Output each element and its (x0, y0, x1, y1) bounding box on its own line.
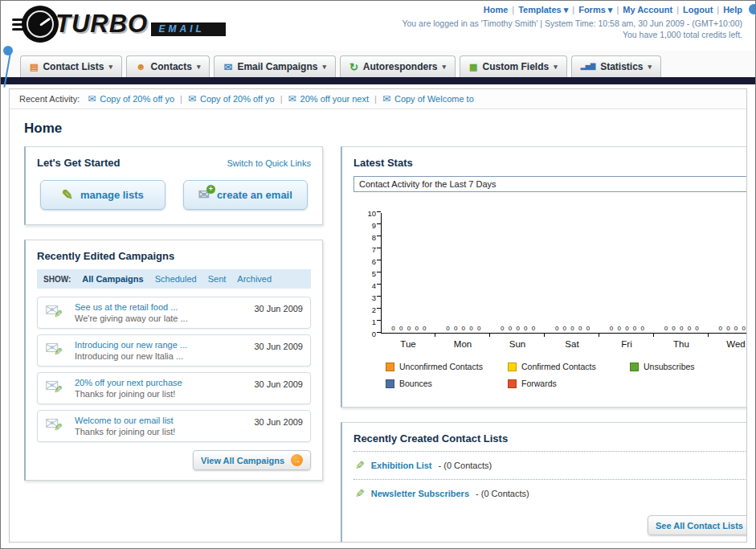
y-axis-tick-label: 9 (358, 222, 376, 230)
tab-label: Email Campaigns (237, 61, 317, 72)
campaign-title-link[interactable]: Welcome to our email list (75, 416, 247, 425)
legend-label: Unsubscribes (644, 362, 695, 371)
contact-lists-title: Recently Created Contact Lists (353, 432, 747, 445)
y-axis-tick (377, 332, 381, 333)
campaign-item[interactable]: ✉✎Welcome to our email listThanks for jo… (37, 410, 311, 442)
chart-zero-row: 0 0 0 0 00 0 0 0 00 0 0 0 00 0 0 0 00 0 … (382, 325, 747, 332)
header-link-forms[interactable]: Forms ▾ (578, 5, 612, 14)
tab-contacts[interactable]: ☻Contacts▾ (126, 55, 210, 77)
email-plus-icon: ✉+ (198, 188, 210, 202)
y-axis-tick-label: 6 (358, 258, 376, 266)
x-axis-label: Tue (381, 337, 435, 349)
email-edit-icon: ✉✎ (45, 303, 67, 322)
campaign-list: ✉✎See us at the retail food ...We're giv… (37, 297, 311, 442)
campaign-title-link[interactable]: Introducing our new range ... (75, 340, 247, 350)
y-axis-tick (377, 260, 381, 260)
header-link-home[interactable]: Home (484, 5, 509, 14)
stats-activity-select[interactable]: Contact Activity for the Last 7 Days (353, 176, 747, 192)
pencil-icon: ✎ (355, 459, 365, 472)
campaign-text: Welcome to our email listThanks for join… (75, 416, 247, 436)
campaign-filter-tabs: SHOW: All CampaignsScheduledSentArchived (37, 269, 311, 289)
y-axis-tick (377, 211, 381, 212)
get-started-title: Let's Get Started (37, 157, 121, 169)
y-axis-tick (377, 296, 381, 297)
recent-activity-label: Recent Activity: (19, 94, 80, 104)
y-axis-tick (377, 284, 381, 285)
separator: | (676, 5, 679, 14)
contact-lists-panel: Recently Created Contact Lists ✎Exhibiti… (341, 422, 747, 543)
contact-list-items: ✎Exhibition List- (0 Contacts)✎Newslette… (353, 451, 747, 507)
y-axis-tick-label: 5 (358, 270, 376, 278)
header-link-logout[interactable]: Logout (683, 5, 713, 14)
recent-activity-item[interactable]: ✉Copy of Welcome to (382, 93, 474, 104)
campaign-tab-scheduled[interactable]: Scheduled (155, 274, 197, 284)
tab-autoresponders[interactable]: ↻Autoresponders▾ (340, 55, 456, 77)
contact-list-item[interactable]: ✎Exhibition List- (0 Contacts) (353, 451, 747, 479)
campaign-item[interactable]: ✉✎See us at the retail food ...We're giv… (37, 297, 311, 329)
tab-statistics[interactable]: ▂▅▇Statistics▾ (571, 55, 661, 77)
tab-label: Contacts (151, 61, 192, 72)
header-link-templates[interactable]: Templates ▾ (518, 5, 568, 14)
y-axis-tick (377, 236, 381, 236)
recent-activity-item-label: Copy of 20% off yo (100, 94, 174, 104)
header: TURBO EMAIL Home|Templates ▾|Forms ▾|My … (1, 1, 755, 51)
separator: | (572, 5, 574, 14)
campaign-title-link[interactable]: See us at the retail food ... (75, 302, 247, 312)
nav-divider-bar (1, 77, 755, 84)
bar-group-values: 0 0 0 0 0 (436, 325, 491, 332)
switch-quick-links-link[interactable]: Switch to Quick Links (227, 158, 311, 168)
y-axis-tick-label: 0 (358, 330, 376, 338)
legend-label: Unconfirmed Contacts (399, 362, 483, 371)
legend-label: Confirmed Contacts (521, 362, 596, 371)
contact-list-name-link[interactable]: Newsletter Subscribers (371, 489, 469, 498)
view-all-campaigns-button[interactable]: View All Campaigns → (193, 450, 311, 470)
campaign-tab-sent[interactable]: Sent (208, 274, 227, 284)
recent-activity-item[interactable]: ✉Copy of 20% off yo (188, 93, 275, 104)
email-edit-icon: ✉✎ (45, 416, 67, 436)
x-axis-label: Mon (435, 337, 490, 349)
pencil-icon: ✎ (355, 487, 365, 500)
chevron-down-icon: ▾ (197, 63, 201, 71)
legend-swatch (508, 379, 517, 388)
separator: | (374, 94, 377, 104)
tab-custom-fields[interactable]: ▦Custom Fields▾ (460, 55, 567, 77)
contact-list-name-link[interactable]: Exhibition List (371, 461, 432, 470)
legend-label: Forwards (521, 379, 557, 388)
see-all-contact-lists-button[interactable]: See All Contact Lists → (648, 515, 747, 535)
chevron-down-icon: ▾ (554, 63, 558, 71)
contact-activity-chart: 012345678910 0 0 0 0 00 0 0 0 00 0 0 0 0… (358, 213, 747, 395)
recent-activity-item[interactable]: ✉20% off your next (288, 93, 369, 104)
y-axis-tick (377, 223, 381, 224)
campaign-subtitle: We're giving away our late ... (75, 313, 247, 323)
recent-activity-item[interactable]: ✉Copy of 20% off yo (88, 93, 174, 104)
tab-label: Statistics (600, 61, 643, 72)
campaign-item[interactable]: ✉✎Introducing our new range ...Introduci… (37, 334, 311, 367)
header-link-my-account[interactable]: My Account (623, 5, 672, 14)
tab-email-campaigns[interactable]: ✉Email Campaigns▾ (214, 55, 335, 77)
campaigns-title: Recently Edited Campaigns (37, 250, 311, 262)
campaign-title-link[interactable]: 20% off your next purchase (75, 378, 247, 387)
pencil-icon: ✎ (54, 383, 63, 395)
campaign-tab-all-campaigns[interactable]: All Campaigns (82, 274, 143, 284)
create-email-label: create an email (217, 189, 292, 201)
create-email-button[interactable]: ✉+ create an email (183, 180, 309, 210)
legend-item: Bounces (386, 379, 508, 388)
tab-contact-lists[interactable]: ▤Contact Lists▾ (20, 55, 122, 77)
separator: | (717, 5, 719, 14)
recent-activity-item-label: Copy of 20% off yo (200, 94, 275, 104)
contact-list-item[interactable]: ✎Newsletter Subscribers- (0 Contacts) (353, 479, 747, 507)
app-logo[interactable]: TURBO EMAIL (1, 1, 226, 43)
x-axis-label: Sat (545, 337, 599, 349)
manage-lists-button[interactable]: ✎ manage lists (40, 180, 166, 210)
campaign-text: See us at the retail food ...We're givin… (75, 302, 247, 323)
campaign-tab-archived[interactable]: Archived (237, 274, 272, 284)
separator: | (616, 5, 619, 14)
arrow-right-icon: → (291, 454, 303, 466)
header-link-help[interactable]: Help (723, 5, 742, 14)
campaign-item[interactable]: ✉✎20% off your next purchaseThanks for j… (37, 372, 311, 404)
campaign-date: 30 Jun 2009 (254, 417, 303, 427)
x-axis-label: Sun (490, 337, 545, 349)
recent-activity-items: ✉Copy of 20% off yo|✉Copy of 20% off yo|… (88, 93, 474, 104)
envelope-icon: ✉ (188, 93, 196, 104)
bar-group-values: 0 0 0 0 0 (382, 325, 436, 332)
